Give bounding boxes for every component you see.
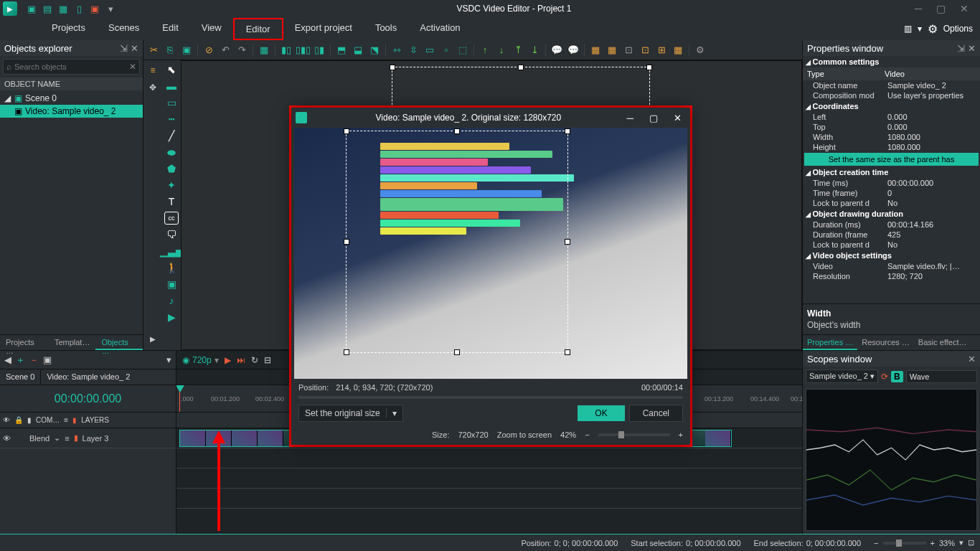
align-l-icon[interactable]: ▮▯: [279, 43, 293, 57]
tree-video[interactable]: ▣ Video: Sample video_ 2: [0, 105, 143, 118]
tl-arrdn-icon[interactable]: ▾: [166, 354, 171, 365]
prop-row[interactable]: Object nameSample video_ 2: [803, 80, 980, 90]
dlg-zoom-label[interactable]: Zoom to screen: [497, 430, 552, 439]
tl-add-icon[interactable]: ＋: [16, 354, 25, 367]
blob-icon[interactable]: ⬟: [164, 162, 179, 175]
prop-row[interactable]: Time (frame)0: [803, 188, 980, 198]
paste-icon[interactable]: ▣: [179, 43, 194, 57]
dlg-zoom-out-icon[interactable]: −: [585, 430, 589, 439]
layer-name[interactable]: Layer 3: [83, 434, 109, 443]
chat2-icon[interactable]: 💬: [566, 43, 580, 57]
gear-icon[interactable]: [928, 22, 938, 36]
align-c-icon[interactable]: ▯▮▯: [296, 43, 310, 57]
dropdown-icon[interactable]: ▾: [918, 24, 922, 34]
fit-icon[interactable]: ▫: [439, 43, 453, 57]
tl-play-icon[interactable]: ▶: [225, 355, 231, 365]
prop-row[interactable]: Width1080.000: [803, 132, 980, 142]
speech-icon[interactable]: 🗨: [164, 228, 179, 241]
tab-effects[interactable]: Basic effect…: [914, 335, 971, 350]
tl-tab-scene[interactable]: Scene 0: [0, 369, 40, 385]
align-m-icon[interactable]: ⬓: [351, 43, 365, 57]
expand-icon[interactable]: ◢: [4, 93, 11, 103]
panel-close-icon[interactable]: ✕: [968, 43, 976, 54]
audio-icon[interactable]: ♪: [164, 294, 179, 307]
zoom-slider[interactable]: [883, 542, 926, 545]
menu-activation[interactable]: Activation: [408, 18, 471, 40]
section-common[interactable]: Common settings: [803, 56, 980, 67]
rect-icon[interactable]: ▬: [164, 80, 179, 93]
menu-icon[interactable]: ≡: [64, 416, 68, 424]
crop-icon[interactable]: ⬚: [456, 43, 470, 57]
cancel-button[interactable]: Cancel: [629, 405, 683, 422]
chat1-icon[interactable]: 💬: [550, 43, 564, 57]
chart-icon[interactable]: ▁▃▅: [164, 245, 179, 258]
tab-projects[interactable]: Projects …: [0, 335, 49, 350]
menu-view[interactable]: View: [190, 18, 233, 40]
tl-loop-icon[interactable]: ↻: [251, 355, 258, 365]
bars-icon[interactable]: ▮: [72, 416, 77, 424]
playhead[interactable]: [179, 385, 180, 412]
redo-icon[interactable]: ↷: [235, 43, 249, 57]
menu-edit[interactable]: Edit: [151, 18, 189, 40]
stretch-icon[interactable]: ▭: [423, 43, 437, 57]
qat-more-icon[interactable]: ▾: [105, 3, 116, 14]
tl-del-icon[interactable]: －: [29, 354, 39, 367]
maximize-icon[interactable]: ▢: [933, 3, 948, 14]
zoom-fit-icon[interactable]: ⊡: [968, 538, 974, 547]
panel-close-icon[interactable]: ✕: [131, 43, 138, 54]
track-row[interactable]: [176, 468, 802, 489]
move-icon[interactable]: ✥: [146, 80, 160, 95]
delete-icon[interactable]: ⊘: [202, 43, 216, 57]
prop-row[interactable]: Left0.000: [803, 112, 980, 122]
text-icon[interactable]: T: [164, 195, 179, 208]
scopes-mode[interactable]: Wave: [906, 370, 977, 383]
grid1-icon[interactable]: ▦: [588, 43, 603, 57]
dash-icon[interactable]: ┅: [164, 113, 179, 126]
scopes-source[interactable]: Sample video_ 2 ▾: [806, 369, 878, 383]
gear2-icon[interactable]: ⚙: [693, 43, 707, 57]
menu-editor[interactable]: Editor: [233, 18, 283, 40]
qat-record-icon[interactable]: ▣: [89, 3, 100, 14]
eye-icon[interactable]: 👁: [3, 416, 10, 424]
layer-color-icon[interactable]: ▮: [74, 433, 78, 443]
expand-arrow-icon[interactable]: ▶: [146, 331, 160, 346]
pin-icon[interactable]: ⇲: [957, 43, 965, 54]
tl-prev-icon[interactable]: ◀: [4, 354, 11, 365]
track-row[interactable]: [176, 489, 802, 509]
scopes-b-icon[interactable]: B: [891, 371, 903, 382]
top-icon[interactable]: ⤒: [511, 43, 525, 57]
tl-split-icon[interactable]: ⊟: [264, 355, 271, 365]
align-r-icon[interactable]: ▯▮: [312, 43, 326, 57]
menu-scenes[interactable]: Scenes: [97, 18, 151, 40]
star-icon[interactable]: ✦: [164, 179, 179, 192]
layer-mode[interactable]: Blend: [29, 434, 50, 443]
dialog-preview[interactable]: [294, 128, 687, 379]
minimize-icon[interactable]: ─: [912, 3, 925, 14]
lock-icon[interactable]: 🔒: [14, 416, 23, 424]
cut-icon[interactable]: ✂: [146, 43, 161, 57]
solo-icon[interactable]: ▮: [27, 416, 32, 424]
qat-mobile-icon[interactable]: ▯: [73, 3, 85, 14]
quality-selector[interactable]: 720p ▾: [182, 355, 219, 365]
prop-row[interactable]: Duration (ms)00:00:14.166: [803, 220, 980, 230]
prop-row[interactable]: Height1080.000: [803, 142, 980, 152]
same-size-button[interactable]: Set the same size as the parent has: [804, 153, 979, 166]
pin-icon[interactable]: ⇲: [120, 43, 128, 54]
section-creation[interactable]: Object creation time: [803, 166, 980, 178]
menu-export[interactable]: Export project: [283, 18, 364, 40]
prop-row[interactable]: Time (ms)00:00:00.000: [803, 178, 980, 188]
eq-icon[interactable]: ≡: [146, 63, 160, 77]
zoom-dropdown-icon[interactable]: ▾: [959, 538, 963, 547]
crop-region[interactable]: [346, 131, 568, 353]
tab-objects[interactable]: Objects …: [95, 335, 143, 350]
tl-step-icon[interactable]: ⏭: [237, 355, 245, 365]
search-clear-icon[interactable]: ✕: [129, 62, 136, 72]
prop-row[interactable]: Lock to parent dNo: [803, 240, 980, 250]
tree-scene[interactable]: ◢ ▣ Scene 0: [4, 92, 138, 105]
grid3-icon[interactable]: ⊡: [621, 43, 636, 57]
align-t-icon[interactable]: ⬒: [334, 43, 349, 57]
prop-row[interactable]: Duration (frame425: [803, 230, 980, 240]
options-label[interactable]: Options: [943, 24, 973, 34]
up-icon[interactable]: ↑: [478, 43, 492, 57]
grid2-icon[interactable]: ▦: [605, 43, 619, 57]
